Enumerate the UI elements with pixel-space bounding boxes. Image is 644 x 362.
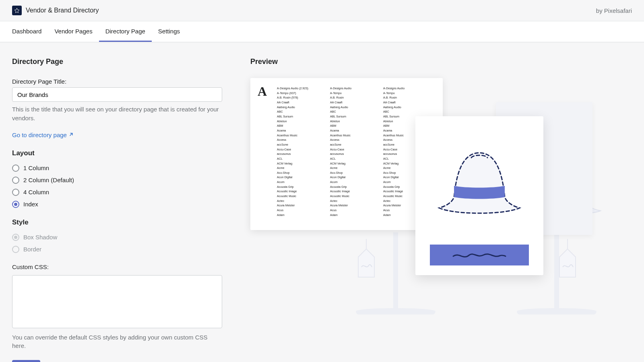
title-input[interactable] (12, 87, 222, 102)
layout-option-label: Index (23, 201, 38, 208)
title-help-text: This is the title that you will see on y… (12, 105, 222, 123)
preview-column-1: A-Designs Audio (2.923)A-Tempo (637)A.B.… (277, 86, 321, 217)
layout-option-index[interactable]: Index (12, 201, 234, 208)
directory-link-text: Go to directory page (12, 132, 67, 138)
page-title: Directory Page (12, 58, 234, 66)
tab-settings[interactable]: Settings (152, 21, 186, 42)
style-heading: Style (12, 218, 234, 226)
preview-columns: A-Designs Audio (2.923)A-Tempo (637)A.B.… (277, 86, 427, 217)
custom-css-textarea[interactable] (12, 275, 222, 328)
star-icon (14, 8, 20, 13)
radio-icon (12, 165, 19, 172)
radio-icon (12, 189, 19, 196)
index-letter: A (258, 84, 267, 99)
preview-panel: Preview A A-Designs Audio (2.923)A-Tempo… (250, 58, 632, 362)
settings-panel: Directory Page Directory Page Title: Thi… (12, 58, 234, 362)
layout-option-4col[interactable]: 4 Column (12, 189, 234, 196)
pole-icon (393, 232, 398, 309)
signature-icon (451, 250, 508, 260)
preview-heading: Preview (250, 58, 632, 66)
content-area: Directory Page Directory Page Title: Thi… (0, 42, 644, 362)
tab-vendor-pages[interactable]: Vendor Pages (48, 21, 99, 42)
app-title: Vendor & Brand Directory (26, 7, 99, 14)
price-tag-icon (555, 239, 580, 279)
layout-option-label: 4 Column (23, 189, 49, 195)
layout-option-2col[interactable]: 2 Column (Default) (12, 177, 234, 184)
price-tag-icon (354, 239, 378, 279)
title-field-label: Directory Page Title: (12, 78, 234, 85)
preview-column-2: A-Designs AudioA-TempoA.B. RosinAA Craaf… (330, 86, 374, 217)
tab-bar: Dashboard Vendor Pages Directory Page Se… (0, 21, 644, 42)
layout-option-1col[interactable]: 1 Column (12, 165, 234, 172)
layout-option-label: 1 Column (23, 165, 49, 171)
radio-icon-disabled (12, 246, 19, 253)
radio-icon (12, 177, 19, 184)
style-option-label: Border (23, 246, 41, 253)
layout-option-label: 2 Column (Default) (23, 177, 74, 183)
stand-icon (517, 308, 597, 315)
app-header-left: Vendor & Brand Directory (12, 6, 99, 15)
hat-icon (433, 146, 526, 226)
save-button[interactable]: Save (12, 360, 40, 362)
external-link-icon (68, 132, 73, 137)
preview-directory-card: A A-Designs Audio (2.923)A-Tempo (637)A.… (250, 78, 443, 230)
style-option-boxshadow: Box Shadow (12, 234, 234, 241)
app-icon (12, 6, 22, 15)
author-label: by Pixelsafari (596, 7, 632, 14)
radio-icon-disabled-selected (12, 234, 19, 241)
layout-heading: Layout (12, 149, 234, 157)
css-label: Custom CSS: (12, 263, 234, 270)
tab-dashboard[interactable]: Dashboard (6, 21, 48, 42)
hat-illustration (423, 124, 535, 247)
stand-icon (356, 308, 436, 315)
css-help-text: You can override the default CSS styles … (12, 333, 222, 351)
preview-front-card (415, 116, 543, 275)
app-header: Vendor & Brand Directory by Pixelsafari (0, 0, 644, 21)
style-option-border: Border (12, 246, 234, 253)
tab-directory-page[interactable]: Directory Page (99, 21, 152, 42)
preview-area: A A-Designs Audio (2.923)A-Tempo (637)A.… (250, 78, 632, 315)
style-option-label: Box Shadow (23, 234, 57, 241)
directory-link[interactable]: Go to directory page (12, 132, 73, 138)
signature-bar (430, 245, 529, 265)
radio-icon-selected (12, 201, 19, 208)
